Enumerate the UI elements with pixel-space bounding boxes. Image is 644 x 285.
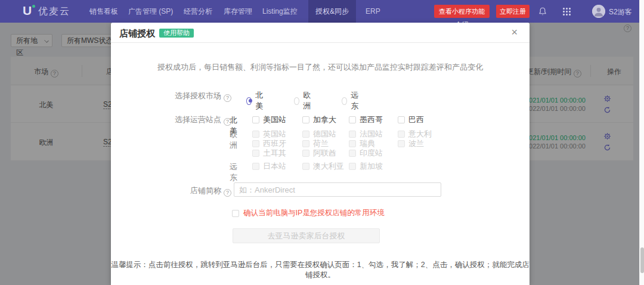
nav-item-erp[interactable]: ERP: [366, 0, 380, 23]
site-mexico[interactable]: 墨西哥: [349, 114, 383, 125]
modal-description: 授权成功后，每日销售额、利润等指标一目了然，还可以添加产品监控实时跟踪差评和产品…: [111, 62, 530, 73]
checkbox-icon: [398, 131, 405, 138]
site-canada[interactable]: 加拿大: [302, 114, 336, 125]
radio-far-east[interactable]: 远东: [342, 90, 361, 111]
logo-text: 优麦云: [38, 5, 70, 18]
notification-bell-icon[interactable]: [538, 7, 547, 16]
shop-name-input[interactable]: [234, 182, 441, 197]
nav-item-auth-sync[interactable]: 授权&同步: [308, 0, 356, 23]
site-australia: 澳大利亚: [302, 161, 344, 172]
nav-item-inventory[interactable]: 库存管理: [224, 0, 252, 23]
checkbox-icon: [302, 140, 309, 147]
shop-name-help-icon[interactable]: ?: [224, 189, 231, 197]
scrollbar[interactable]: [639, 0, 644, 285]
store-auth-modal: 店铺授权 使用帮助 × 授权成功后，每日销售额、利润等指标一目了然，还可以添加产…: [111, 23, 530, 285]
checkbox-icon: [302, 131, 309, 138]
market-label-help-icon[interactable]: ?: [224, 94, 231, 102]
checkbox-icon: [252, 140, 259, 147]
checkbox-icon: [252, 163, 259, 170]
market-label: 选择授权市场?: [111, 91, 231, 102]
site-brazil[interactable]: 巴西: [398, 114, 424, 125]
checkbox-icon: [398, 116, 405, 123]
radio-europe[interactable]: 欧洲: [294, 90, 313, 111]
checkbox-icon: [302, 116, 309, 123]
help-badge[interactable]: 使用帮助: [159, 29, 194, 38]
checkbox-icon: [302, 150, 309, 157]
logo-icon: U: [23, 4, 32, 18]
checkbox-icon: [349, 116, 356, 123]
user-name[interactable]: S2游客: [609, 7, 632, 17]
register-button[interactable]: 立即注册: [496, 5, 530, 18]
modal-title: 店铺授权: [119, 28, 155, 39]
scrollbar-thumb[interactable]: [640, 247, 644, 273]
site-turkey: 土耳其: [252, 148, 286, 159]
checkbox-icon: [398, 140, 405, 147]
checkbox-icon: [252, 131, 259, 138]
checkbox-icon: [349, 150, 356, 157]
site-us[interactable]: 美国站: [252, 114, 286, 125]
checkbox-icon: [252, 150, 259, 157]
user-avatar[interactable]: [592, 5, 605, 18]
modal-header: 店铺授权 使用帮助 ×: [111, 23, 530, 43]
top-nav: U 优麦云 销售看板 广告管理 (SP) 经营分析 库存管理 Listing监控…: [0, 0, 639, 23]
close-icon[interactable]: ×: [511, 26, 518, 39]
group-label-fe: 远东: [230, 162, 237, 183]
logo-dot-icon: [32, 5, 35, 8]
nav-item-sales-board[interactable]: 销售看板: [89, 0, 118, 23]
radio-unselected-icon: [294, 97, 299, 105]
site-singapore: 新加坡: [349, 161, 383, 172]
apps-grid-icon[interactable]: [563, 8, 571, 16]
site-poland: 波兰: [398, 138, 424, 149]
shop-name-label: 店铺简称?: [111, 185, 231, 197]
nav-item-listing-monitor[interactable]: Listing监控: [262, 0, 298, 23]
checkbox-icon: [252, 116, 259, 123]
nav-item-ad-management[interactable]: 广告管理 (SP): [128, 0, 173, 23]
checkbox-icon: [349, 140, 356, 147]
confirm-environment-checkbox[interactable]: 确认当前电脑与IP是您授权店铺的常用环境: [232, 208, 385, 218]
checkbox-icon: [302, 163, 309, 170]
site-japan: 日本站: [252, 161, 286, 172]
group-label-eu: 欧洲: [230, 129, 237, 151]
checkbox-icon: [232, 210, 239, 217]
sites-label: 选择运营站点?: [111, 114, 231, 126]
confirm-environment-text: 确认当前电脑与IP是您授权店铺的常用环境: [243, 208, 385, 218]
radio-unselected-icon: [342, 97, 347, 105]
miniprogram-intro-button[interactable]: 查看小程序功能介绍: [434, 5, 490, 18]
site-india: 印度站: [349, 148, 383, 159]
nav-item-business-analysis[interactable]: 经营分析: [184, 0, 212, 23]
checkbox-icon: [349, 131, 356, 138]
modal-hint: 温馨提示：点击前往授权，跳转到亚马逊后台后，只需要在授权确认页面：1、勾选，我了…: [111, 260, 530, 280]
radio-north-america[interactable]: 北美: [246, 90, 265, 111]
go-authorize-button[interactable]: 去亚马逊卖家后台授权: [233, 228, 380, 243]
site-uae: 阿联酋: [302, 148, 336, 159]
checkbox-icon: [349, 163, 356, 170]
radio-selected-icon: [246, 97, 252, 105]
